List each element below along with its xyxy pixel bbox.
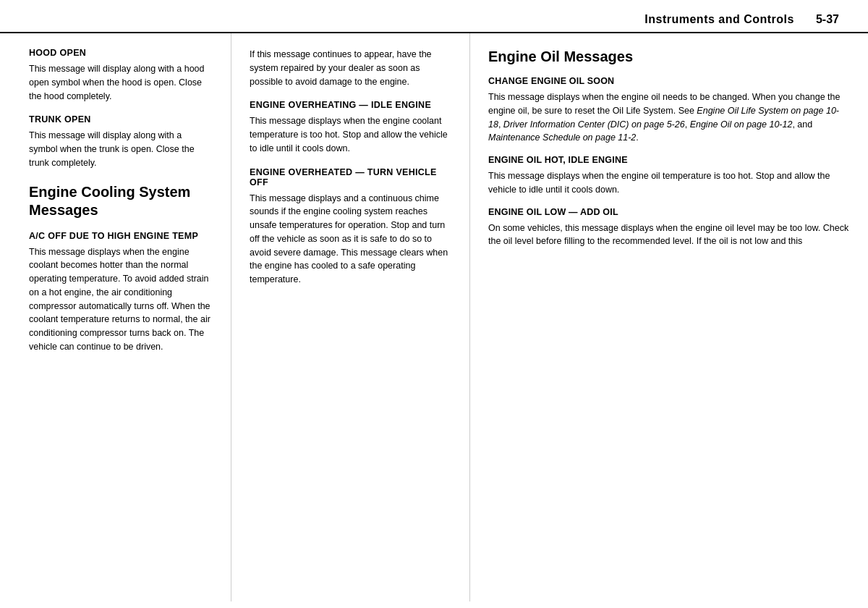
middle-intro-text: If this message continues to appear, hav… xyxy=(250,48,451,88)
engine-oil-low-body: On some vehicles, this message displays … xyxy=(488,221,850,249)
change-engine-oil-soon-body: This message displays when the engine oi… xyxy=(488,90,850,145)
header-page-num: 5-37 xyxy=(816,13,839,26)
engine-oil-low-heading: ENGINE OIL LOW — ADD OIL xyxy=(488,207,850,217)
col-right: Engine Oil Messages CHANGE ENGINE OIL SO… xyxy=(470,33,868,601)
page-header: Instruments and Controls 5-37 xyxy=(0,0,868,33)
engine-oil-hot-idle-body: This message displays when the engine oi… xyxy=(488,169,850,197)
engine-overheated-turn-off-heading: ENGINE OVERHEATED — TURN VEHICLE OFF xyxy=(250,167,451,187)
trunk-open-body: This message will display along with a s… xyxy=(29,129,213,169)
trunk-open-heading: TRUNK OPEN xyxy=(29,114,213,124)
engine-overheating-idle-heading: ENGINE OVERHEATING — IDLE ENGINE xyxy=(250,100,451,110)
change-engine-oil-soon-heading: CHANGE ENGINE OIL SOON xyxy=(488,76,850,86)
hood-open-body: This message will display along with a h… xyxy=(29,62,213,103)
engine-overheating-idle-body: This message displays when the engine co… xyxy=(250,114,451,155)
page-container: Instruments and Controls 5-37 HOOD OPEN … xyxy=(0,0,868,608)
hood-open-heading: HOOD OPEN xyxy=(29,48,213,58)
engine-cooling-major-heading: Engine Cooling System Messages xyxy=(29,183,213,219)
engine-oil-messages-heading: Engine Oil Messages xyxy=(488,48,850,66)
engine-overheated-turn-off-body: This message displays and a continuous c… xyxy=(250,192,451,287)
col-left: HOOD OPEN This message will display alon… xyxy=(0,33,231,601)
engine-oil-hot-idle-heading: ENGINE OIL HOT, IDLE ENGINE xyxy=(488,155,850,165)
ac-off-heading: A/C OFF DUE TO HIGH ENGINE TEMP xyxy=(29,231,213,241)
header-title: Instruments and Controls xyxy=(644,13,794,26)
content-area: HOOD OPEN This message will display alon… xyxy=(0,33,868,601)
ac-off-body: This message displays when the engine co… xyxy=(29,245,213,354)
col-middle: If this message continues to appear, hav… xyxy=(231,33,470,601)
